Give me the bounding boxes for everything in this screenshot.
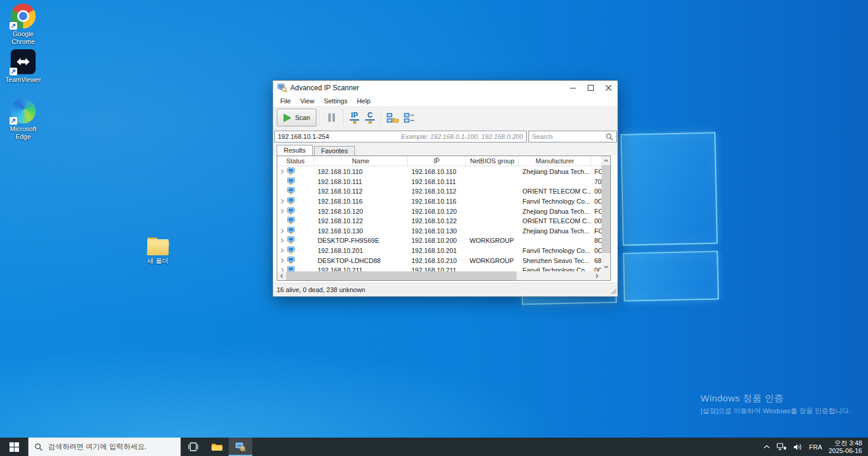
row-expand-chevron[interactable] [279,169,285,174]
cell-status [277,246,314,255]
sort-ascending-icon [435,156,439,160]
ip-details-button[interactable]: IP [347,112,362,124]
cell-ip: 192.168.10.112 [408,188,466,195]
tab-favorites[interactable]: Favorites [314,146,355,156]
cell-manufacturer: Fanvil Technology Co... [519,247,591,254]
cell-name: 192.168.10.116 [314,198,408,205]
table-row[interactable]: 192.168.10.120192.168.10.120Zhejiang Dah… [277,206,601,216]
table-row[interactable]: 192.168.10.211192.168.10.211Fanvil Techn… [277,265,601,271]
windows-start-icon [9,442,19,452]
column-header-netbios[interactable]: NetBIOS group [466,156,519,166]
cell-mac-clipped: 68:E [591,257,601,264]
column-header-ip[interactable]: IP [408,156,466,166]
table-row[interactable]: DESKTOP-FH9S69E192.168.10.200WORKGROUP8C… [277,236,601,246]
table-row[interactable]: 192.168.10.112192.168.10.112ORIENT TELEC… [277,186,601,197]
status-bar: 16 alive, 0 dead, 238 unknown [273,283,617,296]
table-header: Status Name IP NetBIOS group Manufacture… [277,156,601,166]
table-row[interactable]: DESKTOP-LDHCD88192.168.10.210WORKGROUPSh… [277,255,601,265]
row-expand-chevron[interactable] [279,209,285,214]
column-header-mac-clipped[interactable] [591,156,601,166]
table-row[interactable]: 192.168.10.130192.168.10.130Zhejiang Dah… [277,226,601,236]
taskbar-search-input[interactable]: 검색하려면 여기에 입력하세요. [28,438,181,456]
cell-ip: 192.168.10.110 [408,168,466,175]
table-row[interactable]: 192.168.10.116192.168.10.116Fanvil Techn… [277,197,601,207]
cell-mac-clipped: 00:3 [591,217,601,224]
desktop-icon-teamviewer[interactable]: TeamViewer [2,49,45,84]
desktop-icon-chrome[interactable]: Google Chrome [2,4,45,46]
status-bar-text: 16 alive, 0 dead, 238 unknown [277,286,365,293]
clock-time: 오전 3:48 [829,439,862,447]
row-expand-chevron[interactable] [279,238,285,243]
scroll-down-arrow[interactable] [601,262,610,271]
maximize-button[interactable] [582,81,600,95]
row-expand-chevron[interactable] [279,258,285,263]
cell-status [277,187,314,195]
computer-status-icon [287,246,295,255]
toolbar-separator [343,109,344,126]
resize-grip[interactable] [610,287,617,296]
scrollbar-corner [601,271,610,280]
cell-ip: 192.168.10.116 [408,198,466,205]
row-expand-chevron[interactable] [279,248,285,253]
cell-name: 192.168.10.110 [314,168,408,175]
desktop-icon-new-folder[interactable]: 새 폴더 [140,238,176,265]
vertical-scrollbar[interactable] [601,156,610,271]
expand-all-button[interactable] [384,113,401,123]
desktop-icon-label: 새 폴더 [140,257,176,265]
taskbar-app-ip-scanner[interactable] [229,438,252,456]
menu-view[interactable]: View [296,97,319,104]
ip-range-input[interactable]: 192.168.10.1-254 Example: 192.168.0.1-10… [274,131,527,142]
column-header-manufacturer[interactable]: Manufacturer [519,156,591,166]
results-table-rows: 192.168.10.110192.168.10.110Zhejiang Dah… [277,167,601,271]
toolbar: Scan IP C [273,106,617,128]
search-input[interactable]: Search [528,131,617,142]
cell-manufacturer: Fanvil Technology Co... [519,198,591,205]
close-button[interactable] [600,81,617,95]
computer-status-icon [287,187,295,195]
taskbar-clock[interactable]: 오전 3:48 2025-06-16 [829,439,862,455]
class-c-button[interactable]: C [362,112,378,124]
column-header-status[interactable]: Status [277,156,314,166]
row-expand-chevron[interactable] [279,229,285,233]
window-title: Advanced IP Scanner [290,84,359,92]
menu-help[interactable]: Help [352,97,375,104]
ip-range-value: 192.168.10.1-254 [278,133,329,140]
menu-file[interactable]: File [275,97,296,104]
scroll-left-arrow[interactable] [277,271,286,280]
network-ethernet-icon[interactable] [777,443,787,451]
titlebar[interactable]: Advanced IP Scanner [273,81,617,95]
cell-name: 192.168.10.130 [314,227,408,235]
table-row[interactable]: 192.168.10.122192.168.10.122ORIENT TELEC… [277,216,601,226]
volume-icon[interactable] [793,444,803,451]
collapse-all-button[interactable] [401,113,418,123]
tray-chevron-up-icon[interactable] [764,445,770,449]
computer-status-icon [287,197,295,205]
scroll-right-arrow[interactable] [593,271,601,280]
windows-logo-pane [620,132,718,246]
minimize-button[interactable] [564,81,582,95]
menu-settings[interactable]: Settings [319,97,352,104]
scan-button[interactable]: Scan [277,109,316,126]
file-explorer-button[interactable] [205,438,229,456]
table-row[interactable]: 192.168.10.111192.168.10.11170:1 [277,177,601,187]
task-view-button[interactable] [181,438,205,456]
vertical-scrollbar-thumb[interactable] [601,165,610,253]
search-placeholder: Search [532,133,553,140]
table-row[interactable]: 192.168.10.201192.168.10.201Fanvil Techn… [277,246,601,256]
column-header-name[interactable]: Name [314,156,408,166]
expand-all-icon [387,113,399,123]
desktop-icon-edge[interactable]: Microsoft Edge [2,99,45,141]
start-button[interactable] [0,438,28,456]
pause-button[interactable] [323,113,340,122]
computer-status-icon [287,167,295,176]
table-row[interactable]: 192.168.10.110192.168.10.110Zhejiang Dah… [277,167,601,177]
tab-results[interactable]: Results [277,145,313,156]
language-indicator[interactable]: FRA [809,444,822,451]
cell-status [277,217,314,225]
scroll-up-arrow[interactable] [601,156,610,165]
horizontal-scrollbar[interactable] [277,271,601,280]
cell-manufacturer: Zhejiang Dahua Tech... [519,208,591,215]
row-expand-chevron[interactable] [279,199,285,204]
horizontal-scrollbar-thumb[interactable] [286,271,517,280]
cell-mac-clipped: FC:5 [591,208,601,215]
